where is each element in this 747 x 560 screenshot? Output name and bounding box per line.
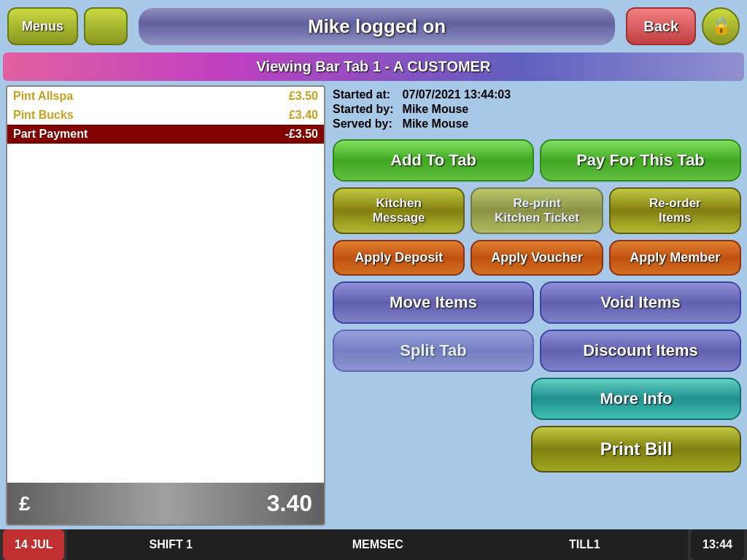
split-discount-row: Split Tab Discount Items [333, 330, 741, 372]
started-by-value: Mike Mouse [403, 103, 741, 116]
header-left-buttons: Menus [7, 7, 128, 45]
more-info-button[interactable]: More Info [531, 378, 741, 420]
served-by-label: Served by: [333, 117, 394, 131]
started-at-label: Started at: [333, 88, 394, 101]
item-price: -£3.50 [285, 128, 318, 141]
menus-button[interactable]: Menus [7, 7, 78, 45]
header: Menus Mike logged on Back 🔒 [0, 0, 747, 52]
order-item[interactable]: Pint Bucks£3.40 [7, 106, 324, 125]
info-section: Started at: 07/07/2021 13:44:03 Started … [333, 85, 741, 133]
status-date: 14 JUL [3, 529, 64, 560]
apply-member-button[interactable]: Apply Member [609, 240, 741, 276]
lock-icon: 🔒 [711, 17, 731, 36]
apply-row: Apply Deposit Apply Voucher Apply Member [333, 240, 741, 276]
started-at-value: 07/07/2021 13:44:03 [403, 88, 741, 101]
status-bar: 14 JUL SHIFT 1 MEMSEC TILL1 13:44 [0, 529, 747, 560]
served-by-value: Mike Mouse [403, 117, 741, 131]
started-by-label: Started by: [333, 103, 394, 116]
item-name: Part Payment [13, 128, 88, 141]
print-bill-button[interactable]: Print Bill [531, 426, 741, 472]
move-void-row: Move Items Void Items [333, 281, 741, 324]
void-items-button[interactable]: Void Items [540, 281, 741, 324]
viewing-bar: Viewing Bar Tab 1 - A CUSTOMER [3, 52, 744, 81]
lock-button[interactable]: 🔒 [702, 7, 740, 45]
order-items-list: Pint Allspa£3.50Pint Bucks£3.40Part Paym… [7, 87, 324, 483]
reorder-items-button[interactable]: Re-order Items [609, 187, 741, 234]
print-bill-row: Print Bill [333, 426, 741, 472]
status-memsec: MEMSEC [274, 529, 481, 560]
move-items-button[interactable]: Move Items [333, 281, 534, 324]
kitchen-message-button[interactable]: Kitchen Message [333, 187, 465, 234]
order-item[interactable]: Part Payment-£3.50 [7, 125, 324, 144]
status-time: 13:44 [691, 529, 744, 560]
apply-deposit-button[interactable]: Apply Deposit [333, 240, 465, 276]
discount-items-button[interactable]: Discount Items [540, 330, 741, 372]
main-content: Pint Allspa£3.50Pint Bucks£3.40Part Paym… [0, 81, 747, 530]
pay-for-this-tab-button[interactable]: Pay For This Tab [540, 139, 741, 182]
total-bar: £ 3.40 [7, 483, 324, 524]
more-info-row: More Info [333, 378, 741, 420]
add-to-tab-button[interactable]: Add To Tab [333, 139, 534, 182]
reprint-kitchen-ticket-button[interactable]: Re-print Kitchen Ticket [471, 187, 603, 234]
item-name: Pint Bucks [13, 109, 74, 122]
back-button[interactable]: Back [626, 7, 696, 45]
header-right-buttons: Back 🔒 [626, 7, 740, 45]
primary-action-row: Add To Tab Pay For This Tab [333, 139, 741, 182]
item-name: Pint Allspa [13, 90, 73, 103]
split-tab-button[interactable]: Split Tab [333, 330, 534, 372]
extra-button[interactable] [84, 7, 128, 45]
kitchen-row: Kitchen Message Re-print Kitchen Ticket … [333, 187, 741, 234]
item-price: £3.50 [289, 90, 318, 103]
order-item[interactable]: Pint Allspa£3.50 [7, 87, 324, 106]
total-amount: 3.40 [267, 490, 312, 517]
status-till: TILL1 [481, 529, 689, 560]
status-shift: SHIFT 1 [67, 529, 274, 560]
item-price: £3.40 [289, 109, 318, 122]
left-panel: Pint Allspa£3.50Pint Bucks£3.40Part Paym… [6, 85, 325, 526]
currency-symbol: £ [19, 492, 31, 516]
apply-voucher-button[interactable]: Apply Voucher [471, 240, 603, 276]
right-panel: Started at: 07/07/2021 13:44:03 Started … [333, 85, 741, 526]
header-title: Mike logged on [139, 8, 615, 45]
